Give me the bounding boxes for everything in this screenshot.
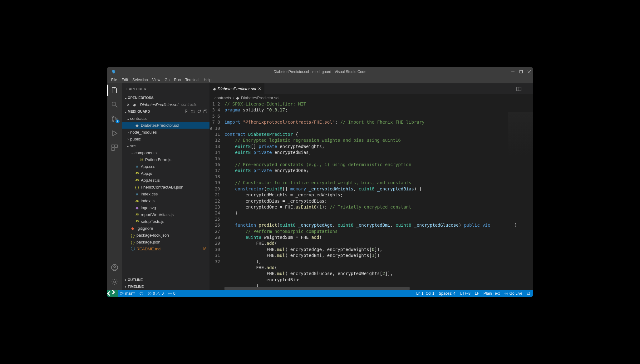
file-item[interactable]: ◆logo.svg (122, 204, 209, 211)
folder-item[interactable]: ›public (122, 135, 209, 142)
file-item[interactable]: JSApp.test.js (122, 177, 209, 184)
tree-item-label: src (130, 144, 135, 148)
folder-item[interactable]: ⌄src (122, 142, 209, 149)
close-editor-icon[interactable]: ✕ (126, 102, 130, 107)
sync-icon (139, 292, 143, 296)
activity-debug-icon[interactable] (111, 130, 118, 137)
status-branch[interactable]: main* (118, 290, 137, 297)
menu-help[interactable]: Help (202, 77, 214, 83)
minimap[interactable] (508, 112, 533, 156)
timeline-label: TIMELINE (128, 285, 144, 288)
sidebar-more-icon[interactable]: ⋯ (200, 86, 205, 92)
folder-item[interactable]: ⌄contracts (122, 115, 209, 122)
tree-item-label: App.js (141, 171, 152, 176)
file-item[interactable]: ⓘREADME.mdM (122, 245, 209, 252)
sol-file-icon: ◆ (135, 123, 140, 128)
breadcrumb-file[interactable]: DiabetesPredictor.sol (241, 96, 279, 100)
file-item[interactable]: #App.css (122, 163, 209, 170)
status-problems[interactable]: 0 0 (145, 290, 166, 297)
git-file-icon: ◆ (130, 226, 135, 231)
file-item[interactable]: JSsetupTests.js (122, 218, 209, 225)
menu-view[interactable]: View (150, 77, 162, 83)
js-file-icon: JS (139, 158, 144, 161)
file-item[interactable]: JSreportWebVitals.js (122, 211, 209, 218)
activity-explorer-icon[interactable] (111, 86, 118, 94)
file-item[interactable]: #index.css (122, 190, 209, 197)
code-editor[interactable]: 1 2 3 4 5 6 7 8 9 10 11 12 13 14 15 16 1… (209, 101, 533, 290)
file-item[interactable]: ◆DiabetesPredictor.sol (122, 122, 209, 129)
status-golive[interactable]: Go Live (502, 291, 524, 296)
svg-file-icon: ◆ (135, 205, 140, 210)
code-content[interactable]: // SPDX-License-Identifier: MIT pragma s… (224, 101, 533, 290)
chevron-right-icon: › (126, 137, 130, 141)
split-editor-icon[interactable] (516, 86, 521, 91)
horizontal-scrollbar[interactable] (224, 287, 533, 290)
outline-header[interactable]: › OUTLINE (122, 276, 209, 283)
tab-close-icon[interactable]: ✕ (258, 86, 261, 91)
file-item[interactable]: JSApp.js (122, 170, 209, 177)
file-item[interactable]: JSindex.js (122, 197, 209, 204)
status-ports[interactable]: 0 (166, 290, 178, 297)
new-file-icon[interactable] (185, 109, 189, 114)
status-eol[interactable]: LF (473, 291, 481, 296)
svg-point-14 (121, 294, 121, 295)
tree-item-label: components (135, 150, 157, 155)
menu-terminal[interactable]: Terminal (183, 77, 201, 83)
activity-settings-icon[interactable] (111, 278, 118, 286)
file-item[interactable]: { }package-lock.json (122, 232, 209, 239)
chevron-down-icon: ⌄ (130, 150, 135, 155)
chrome-minimize-icon[interactable] (511, 70, 515, 74)
file-item[interactable]: { }package.json (122, 239, 209, 245)
editor-area: ◆ DiabetesPredictor.sol ✕ ⋯ contracts › … (209, 83, 533, 290)
timeline-header[interactable]: › TIMELINE (122, 283, 209, 290)
status-sync[interactable] (137, 290, 145, 297)
remote-icon (107, 288, 118, 297)
new-folder-icon[interactable] (191, 109, 195, 114)
status-notifications[interactable] (524, 291, 533, 295)
menu-edit[interactable]: Edit (119, 77, 130, 83)
chrome-restore-icon[interactable] (519, 70, 523, 74)
status-encoding[interactable]: UTF-8 (458, 291, 473, 296)
sidebar-title: EXPLORER (126, 87, 146, 91)
status-language[interactable]: Plain Text (481, 291, 502, 296)
svg-point-10 (114, 281, 116, 283)
file-item[interactable]: ◆.gitignore (122, 225, 209, 232)
open-editor-item[interactable]: ✕ ◆ DiabetesPredictor.sol contracts (122, 101, 209, 108)
refresh-icon[interactable] (197, 109, 201, 114)
folder-item[interactable]: ⌄components (122, 149, 209, 156)
editor-tab[interactable]: ◆ DiabetesPredictor.sol ✕ (209, 83, 265, 94)
broadcast-icon (168, 292, 172, 296)
activity-scm-icon[interactable]: 1 (111, 115, 118, 123)
broadcast-icon (504, 292, 508, 296)
chevron-down-icon: ⌄ (126, 144, 130, 148)
open-editors-header[interactable]: ⌄ OPEN EDITORS (122, 94, 209, 101)
status-cursor[interactable]: Ln 1, Col 1 (414, 291, 436, 296)
breadcrumb-folder[interactable]: contracts (214, 96, 231, 100)
collapse-all-icon[interactable] (203, 109, 208, 114)
project-actions (185, 109, 208, 114)
menu-file[interactable]: File (109, 77, 119, 83)
js-file-icon: JS (135, 199, 140, 202)
file-item[interactable]: { }FhenixContractABI.json (122, 184, 209, 190)
menu-run[interactable]: Run (172, 77, 183, 83)
activity-account-icon[interactable] (111, 264, 118, 271)
svg-point-2 (112, 116, 114, 118)
project-header[interactable]: ⌄ MEDI-GUARD (122, 108, 209, 115)
chrome-close-icon[interactable] (527, 70, 531, 74)
svg-point-18 (506, 293, 507, 294)
vscode-logo-icon (110, 69, 115, 74)
tree-item-label: README.md (136, 247, 160, 251)
svg-point-15 (122, 293, 123, 293)
menu-selection[interactable]: Selection (130, 77, 150, 83)
folder-item[interactable]: ›node_modules (122, 129, 209, 135)
activity-search-icon[interactable] (111, 101, 118, 108)
remote-indicator[interactable] (107, 290, 118, 297)
breadcrumb[interactable]: contracts › ◆ DiabetesPredictor.sol (209, 94, 533, 101)
editor-more-icon[interactable]: ⋯ (526, 86, 530, 91)
tree-item-label: setupTests.js (141, 219, 164, 224)
sidebar-header: EXPLORER ⋯ (122, 83, 209, 94)
activity-extensions-icon[interactable] (111, 144, 118, 151)
menu-go[interactable]: Go (162, 77, 172, 83)
status-indent[interactable]: Spaces: 4 (436, 291, 457, 296)
file-item[interactable]: JSPatientForm.js (122, 156, 209, 163)
